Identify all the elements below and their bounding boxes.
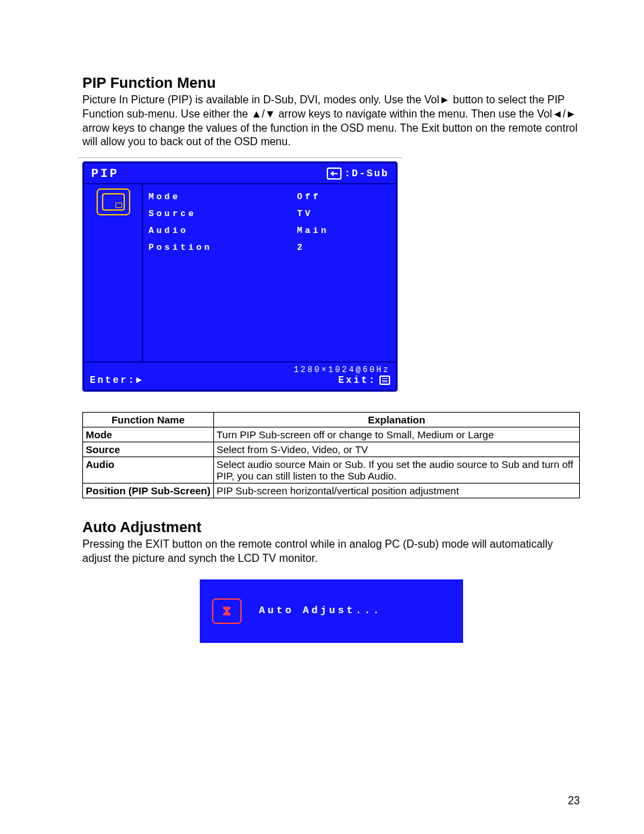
fn-exp: Select audio source Main or Sub. If you … — [213, 457, 579, 484]
function-table: Function Name Explanation Mode Turn PIP … — [82, 412, 580, 498]
osd-footer: 1280×1024@60Hz Enter:► Exit: — [84, 363, 396, 390]
osd-enter-hint: Enter:► — [90, 375, 144, 386]
table-header-row: Function Name Explanation — [83, 413, 580, 427]
osd-input-indicator: :D-Sub — [327, 167, 389, 180]
osd-exit-label: Exit: — [338, 375, 377, 386]
menu-icon — [379, 375, 390, 385]
osd-menu-list: Mode Off Source TV Audio Main Position 2 — [143, 184, 396, 361]
section-title-auto: Auto Adjustment — [82, 519, 580, 536]
osd-input-label: :D-Sub — [344, 168, 389, 180]
osd-val: 2 — [297, 242, 390, 253]
osd-sidebar — [84, 184, 143, 361]
auto-adjust-text: Auto Adjust... — [259, 605, 382, 617]
fn-exp: Turn PIP Sub-screen off or change to Sma… — [213, 427, 579, 442]
osd-row-position[interactable]: Position 2 — [149, 239, 390, 256]
osd-pip-panel: PIP :D-Sub Mode Off Source TV — [82, 161, 398, 392]
osd-val: Off — [297, 192, 390, 202]
table-row: Position (PIP Sub-Screen) PIP Sub-screen… — [83, 484, 580, 498]
osd-key: Source — [149, 209, 297, 219]
osd-key: Mode — [149, 192, 297, 202]
table-row: Source Select from S-Video, Video, or TV — [83, 442, 580, 457]
pip-icon — [97, 188, 130, 215]
fn-name: Source — [83, 442, 214, 457]
osd-header: PIP :D-Sub — [84, 163, 396, 184]
fn-name: Audio — [83, 457, 214, 484]
osd-resolution: 1280×1024@60Hz — [90, 365, 390, 375]
osd-key: Position — [149, 242, 297, 253]
section-title-pip: PIP Function Menu — [82, 74, 580, 92]
osd-val: Main — [297, 226, 390, 236]
osd-row-audio[interactable]: Audio Main — [149, 222, 390, 239]
hourglass-icon: ⧗ — [212, 598, 242, 624]
fn-exp: Select from S-Video, Video, or TV — [213, 442, 579, 457]
fn-name: Position (PIP Sub-Screen) — [83, 484, 214, 498]
input-source-icon — [327, 167, 342, 180]
osd-auto-adjust-panel: ⧗ Auto Adjust... — [200, 579, 463, 643]
fn-exp: PIP Sub-screen horizontal/vertical posit… — [213, 484, 579, 498]
section-para-pip: Picture In Picture (PIP) is available in… — [82, 93, 580, 149]
osd-val: TV — [297, 209, 390, 219]
osd-row-source[interactable]: Source TV — [149, 205, 390, 222]
osd-row-mode[interactable]: Mode Off — [149, 188, 390, 205]
osd-key: Audio — [149, 226, 297, 236]
page-number: 23 — [568, 795, 580, 807]
osd-title: PIP — [91, 167, 119, 180]
table-row: Mode Turn PIP Sub-screen off or change t… — [83, 427, 580, 442]
th-explanation: Explanation — [213, 413, 579, 427]
section-para-auto: Pressing the EXIT button on the remote c… — [82, 538, 580, 566]
fn-name: Mode — [83, 427, 214, 442]
table-row: Audio Select audio source Main or Sub. I… — [83, 457, 580, 484]
th-function-name: Function Name — [83, 413, 214, 427]
decorative-dotted-line — [78, 157, 402, 158]
osd-body: Mode Off Source TV Audio Main Position 2 — [84, 184, 396, 363]
osd-exit-hint: Exit: — [338, 375, 390, 386]
